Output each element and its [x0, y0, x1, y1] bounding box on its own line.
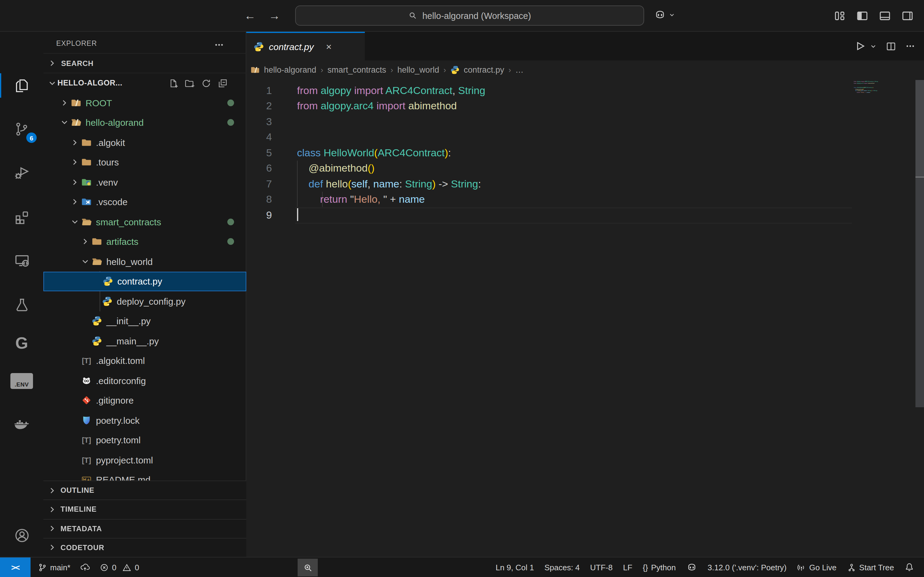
editor-scrollbar[interactable]: [916, 80, 924, 176]
algokit-icon[interactable]: G: [0, 329, 44, 358]
tree-item-.vscode[interactable]: .vscode: [44, 192, 246, 212]
indentation-item[interactable]: Spaces: 4: [544, 562, 580, 572]
cursor-position-item[interactable]: Ln 9, Col 1: [496, 562, 534, 572]
zoom-status-item[interactable]: [297, 559, 318, 576]
tree-item-label: .editorconfig: [96, 376, 146, 386]
problems-item[interactable]: 0 0: [100, 562, 139, 572]
tree-item-contract.py[interactable]: contract.py: [44, 271, 246, 291]
accounts-icon[interactable]: [0, 521, 44, 550]
tree-item-hello-algorand[interactable]: hello-algorand: [44, 113, 246, 132]
collapse-folders-icon[interactable]: [218, 78, 228, 88]
dotenv-icon[interactable]: .ENV: [0, 366, 44, 396]
sidebar-section-metadata[interactable]: METADATA: [44, 519, 246, 538]
svg-text:[T]: [T]: [82, 436, 91, 444]
sidebar-section-timeline[interactable]: TIMELINE: [44, 500, 246, 519]
source-control-icon[interactable]: 6: [0, 114, 44, 143]
tree-item-.algokit.toml[interactable]: [T].algokit.toml: [44, 351, 246, 371]
tree-item-deploy_config.py[interactable]: deploy_config.py: [44, 291, 246, 311]
explorer-icon[interactable]: [0, 71, 44, 100]
tree-item-.algokit[interactable]: .algokit: [44, 132, 246, 152]
svg-text:[T]: [T]: [82, 357, 91, 365]
editor-scrollbar-lower[interactable]: [916, 178, 924, 407]
workspace-section-header[interactable]: HELLO-ALGOR...: [44, 73, 246, 93]
tree-item-label: hello-algorand: [86, 118, 144, 128]
git-modified-dot: [227, 219, 234, 225]
breadcrumb-item[interactable]: smart_contracts: [328, 65, 386, 74]
run-dropdown-chevron-icon[interactable]: [870, 42, 877, 50]
python-file-icon: [451, 65, 460, 74]
go-live-item[interactable]: Go Live: [797, 562, 837, 572]
breadcrumb-item[interactable]: hello_world: [397, 65, 439, 74]
encoding-item[interactable]: UTF-8: [590, 562, 613, 572]
remote-indicator[interactable]: ><: [0, 558, 31, 577]
code-editor[interactable]: 123456789 from algopy import ARC4Contrac…: [246, 79, 924, 557]
text-cursor: [297, 208, 298, 221]
editorconfig-icon: [81, 376, 93, 386]
command-center-search[interactable]: hello-algorand (Workspace): [295, 5, 644, 26]
python-icon: [102, 296, 114, 306]
breadcrumb-item[interactable]: contract.py: [464, 65, 504, 74]
explorer-sidebar: EXPLORER SEARCH HELLO-ALGOR... ROOThello…: [44, 32, 246, 557]
refresh-icon[interactable]: [201, 78, 212, 88]
tree-item-smart_contracts[interactable]: smart_contracts: [44, 212, 246, 232]
breadcrumb-item[interactable]: hello-algorand: [264, 65, 316, 74]
forward-arrow-icon[interactable]: →: [267, 8, 282, 24]
tree-item-.venv[interactable]: .venv: [44, 172, 246, 192]
copilot-menu[interactable]: [654, 8, 675, 21]
sync-changes-icon[interactable]: [80, 562, 90, 572]
tree-item-label: .algokit: [96, 137, 125, 148]
minimap[interactable]: from algopy import ARC4Contract, Stringf…: [854, 81, 888, 97]
copilot-status-icon[interactable]: [686, 562, 697, 573]
tree-item-pyproject.toml[interactable]: [T]pyproject.toml: [44, 450, 246, 470]
folder-icon: [81, 137, 93, 148]
sidebar-section-outline[interactable]: OUTLINE: [44, 480, 246, 500]
tree-item-.gitignore[interactable]: .gitignore: [44, 390, 246, 410]
toggle-primary-sidebar-icon[interactable]: [855, 8, 870, 24]
copilot-icon: [654, 8, 666, 21]
notifications-bell-icon[interactable]: [905, 562, 914, 572]
testing-icon[interactable]: [0, 291, 44, 320]
tree-item-label: ROOT: [86, 98, 112, 108]
run-debug-icon[interactable]: [0, 158, 44, 187]
breadcrumb-item[interactable]: …: [515, 65, 524, 74]
sidebar-section-search[interactable]: SEARCH: [44, 53, 246, 73]
docker-icon[interactable]: [0, 410, 44, 439]
customize-layout-icon[interactable]: [832, 8, 848, 24]
tree-item-.tours[interactable]: .tours: [44, 152, 246, 172]
tree-item-poetry.toml[interactable]: [T]poetry.toml: [44, 430, 246, 450]
extensions-icon[interactable]: [0, 202, 44, 231]
explorer-more-actions-icon[interactable]: [214, 38, 227, 51]
poetry-icon: [81, 415, 93, 425]
run-python-icon[interactable]: [855, 40, 866, 52]
start-tree-item[interactable]: Start Tree: [847, 562, 894, 572]
python-file-icon: [254, 42, 264, 52]
tree-item-artifacts[interactable]: artifacts: [44, 232, 246, 251]
folder-icon: [92, 237, 103, 247]
tab-contract-py[interactable]: contract.py ×: [246, 32, 365, 60]
eol-item[interactable]: LF: [623, 562, 632, 572]
back-arrow-icon[interactable]: ←: [242, 8, 258, 24]
tree-item-poetry.lock[interactable]: poetry.lock: [44, 410, 246, 430]
python-interpreter-item[interactable]: 3.12.0 ('.venv': Poetry): [708, 562, 787, 572]
sidebar-title: EXPLORER: [56, 40, 97, 47]
tree-item-hello_world[interactable]: hello_world: [44, 251, 246, 271]
svg-text:[T]: [T]: [82, 456, 91, 464]
tree-item-.editorconfig[interactable]: .editorconfig: [44, 371, 246, 390]
new-file-icon[interactable]: [168, 78, 178, 88]
tree-item-__init__.py[interactable]: __init__.py: [44, 311, 246, 331]
tree-item-ROOT[interactable]: ROOT: [44, 93, 246, 113]
toggle-secondary-sidebar-icon[interactable]: [900, 8, 916, 24]
toml-icon: [T]: [81, 435, 93, 445]
remote-explorer-icon[interactable]: [0, 246, 44, 276]
git-modified-dot: [227, 119, 234, 126]
tree-item-__main__.py[interactable]: __main__.py: [44, 331, 246, 351]
language-mode-item[interactable]: {}Python: [643, 562, 675, 572]
toggle-panel-icon[interactable]: [877, 8, 893, 24]
tab-close-icon[interactable]: ×: [326, 41, 332, 52]
sidebar-section-codetour[interactable]: CODETOUR: [44, 538, 246, 557]
git-branch-item[interactable]: main*: [38, 562, 71, 572]
split-editor-icon[interactable]: [885, 40, 897, 52]
editor-more-actions-icon[interactable]: [905, 41, 916, 51]
tree-item-label: .vscode: [96, 197, 128, 207]
new-folder-icon[interactable]: [184, 78, 195, 88]
